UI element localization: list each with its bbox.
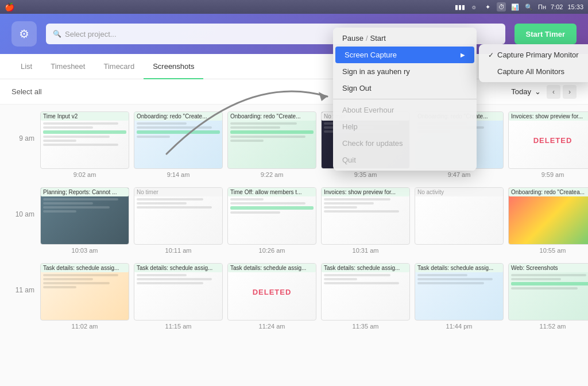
dropdown-separator [333,99,477,99]
screenshot-onboarding-2[interactable]: Onboarding: redo "Create... 9:22 am [227,111,316,178]
capture-primary-label: Capture Primary Monitor [497,51,579,59]
nav-arrows: ‹ › [547,85,577,99]
dropdown-quit[interactable]: Quit [333,152,477,168]
project-placeholder: Select project... [65,30,117,38]
screenshot-onboarding-colorful[interactable]: Onboarding: redo "Createa... 10:55 am [508,187,588,254]
dropdown-help[interactable]: Help [333,118,477,135]
dropdown-about[interactable]: About Everhour [333,102,477,118]
screenshot-invoices-deleted[interactable]: Invoices: show preview for... DELETED 9:… [508,111,588,178]
screenshot-title: Onboarding: redo "Createa... [509,188,588,196]
screenshot-title: No activity [415,188,503,196]
select-all-button[interactable]: Select all [11,87,42,96]
screenshot-time: 9:35 am [321,171,410,178]
date-filter[interactable]: Today ⌄ [511,87,541,96]
screenshot-time-input-v2[interactable]: Time Input v2 9:02 am [40,111,129,178]
about-label: About Everhour [342,106,394,114]
screenshot-web-screenshots[interactable]: Web: Screenshots 11:52 am [508,263,588,330]
screenshot-title: Onboarding: redo "Create... [134,112,222,121]
submenu-capture-all[interactable]: ✓ Capture All Monitors [479,63,588,80]
screenshots-row-11am: Task details: schedule assig... 11:02 am… [40,263,588,330]
tab-timesheet[interactable]: Timesheet [41,54,94,79]
screenshot-thumb: Onboarding: redo "Create... [227,111,316,169]
submenu[interactable]: ✓ Capture Primary Monitor ✓ Capture All … [479,44,588,82]
next-arrow[interactable]: › [563,85,577,99]
menubar: 🍎 ▮▮▮ ⌾ ✦ ⏱ 📊 🔍 Пн 7:02 15:33 [0,0,588,14]
submenu-capture-primary[interactable]: ✓ Capture Primary Monitor [479,47,588,63]
screenshots-row-9am: Time Input v2 9:02 am Onboarding: redo "… [40,111,588,178]
deleted-label: DELETED [509,112,588,168]
screenshots-container: 9 am Time Input v2 9:02 am Onboarding: r… [0,105,588,386]
screenshot-no-timer-2[interactable]: No timer 10:11 am [134,187,223,254]
clock-label: 15:33 [567,3,583,10]
screenshot-time: 9:59 am [508,171,588,178]
submenu-chevron-icon: ▶ [461,52,465,58]
screenshot-invoices-2[interactable]: Invoices: show preview for... 10:31 am [321,187,410,254]
screenshot-time: 10:31 am [321,247,410,254]
start-label: Start [370,34,386,43]
time-group-10am: 10 am Planning; Reports: Cannot ... 10:0… [11,187,577,254]
toolbar-right: Today ⌄ ‹ › [511,85,577,99]
screenshot-time: 9:22 am [227,171,316,178]
screenshot-thumb: Task details: schedule assig... DELETED [227,263,316,321]
tab-timecard[interactable]: Timecard [94,54,144,79]
screenshot-time: 11:35 am [321,323,410,330]
screenshot-title: Task details: schedule assig... [322,264,409,272]
start-timer-button[interactable]: Start Timer [514,24,577,44]
screenshot-time: 9:14 am [134,171,223,178]
screenshot-thumb: Invoices: show preview for... DELETED [508,111,588,169]
screen-capture-label: Screen Capture [345,51,397,59]
day-label: Пн [538,3,546,10]
screenshot-thumb: No timer [134,187,223,245]
pause-label: Pause [342,34,363,43]
screenshot-title: Planning; Reports: Cannot ... [41,188,129,196]
dropdown-check-updates[interactable]: Check for updates [333,135,477,152]
screenshot-planning[interactable]: Planning; Reports: Cannot ... 10:03 am [40,187,129,254]
screenshot-thumb: Onboarding: redo "Create... [134,111,223,169]
screenshot-title: Web: Screenshots [509,264,588,272]
screenshot-thumb: Invoices: show preview for... [321,187,410,245]
dropdown-sign-in[interactable]: Sign in as yauhen ry [333,63,477,80]
screenshot-title: Invoices: show preview for... [322,188,409,196]
chevron-down-icon: ⌄ [535,87,541,96]
screenshot-task-4[interactable]: Task details: schedule assig... 11:35 am [321,263,410,330]
search-icon: 🔍 [53,30,61,38]
screenshot-thumb: Task details: schedule assig... [321,263,410,321]
pause-separator: / [366,34,368,43]
screenshot-title: No timer [134,188,222,196]
tab-list[interactable]: List [11,54,41,79]
screenshot-time: 10:03 am [40,247,129,254]
screenshot-timeoff[interactable]: Time Off: allow members t... 10:26 am [227,187,316,254]
screenshot-time: 9:47 am [415,171,504,178]
dropdown-sign-out[interactable]: Sign Out [333,80,477,96]
clock-app-icon[interactable]: ⏱ [497,2,506,11]
prev-arrow[interactable]: ‹ [547,85,560,99]
screenshot-time: 10:11 am [134,247,223,254]
dropdown-screen-capture[interactable]: Screen Capture ▶ ✓ Capture Primary Monit… [335,47,474,63]
screenshot-task-1[interactable]: Task details: schedule assig... 11:02 am [40,263,129,330]
dropdown-pause-start[interactable]: Pause / Start [333,30,477,47]
checkmark-icon: ✓ [488,51,494,59]
screenshot-title: Time Off: allow members t... [228,188,316,196]
toolbar: Select all Today ⌄ ‹ › [0,79,588,105]
main-dropdown-menu[interactable]: Pause / Start Screen Capture ▶ ✓ Capture… [333,28,477,171]
search-icon[interactable]: 🔍 [524,2,533,11]
screenshot-time: 11:24 am [227,323,316,330]
screenshot-thumb: Time Off: allow members t... [227,187,316,245]
capture-all-label: Capture All Monitors [497,67,564,76]
screenshot-task-5[interactable]: Task details: schedule assig... 11:44 pm [415,263,504,330]
apple-icon[interactable]: 🍎 [5,2,14,11]
screenshot-task-2[interactable]: Task details: schedule assig... 11:15 am [134,263,223,330]
tab-screenshots[interactable]: Screenshots [144,54,203,79]
screenshot-thumb: Web: Screenshots [508,263,588,321]
screenshot-title: Onboarding: redo "Create... [228,112,316,121]
screenshot-onboarding-1[interactable]: Onboarding: redo "Create... 9:14 am [134,111,223,178]
screenshot-task-3-deleted[interactable]: Task details: schedule assig... DELETED … [227,263,316,330]
screenshot-no-activity[interactable]: No activity [415,187,504,254]
wifi-icon: ⌾ [469,2,478,11]
screenshot-time: 10:26 am [227,247,316,254]
screenshot-time: 11:15 am [134,323,223,330]
screenshot-time: 11:52 am [508,323,588,330]
menubar-right: ▮▮▮ ⌾ ✦ ⏱ 📊 🔍 Пн 7:02 15:33 [455,2,583,11]
screenshot-thumb: Planning; Reports: Cannot ... [40,187,129,245]
screenshot-title: Task details: schedule assig... [41,264,129,272]
